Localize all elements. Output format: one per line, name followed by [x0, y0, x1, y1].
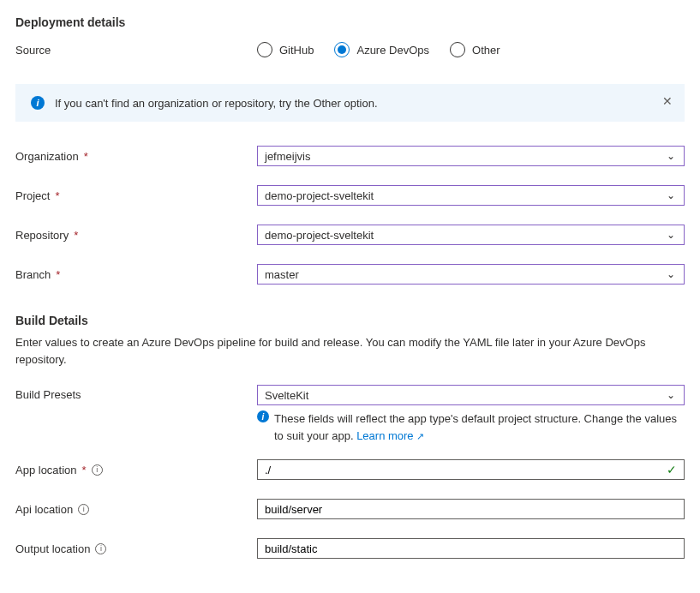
api-location-input-wrap — [257, 499, 685, 519]
branch-value: master — [265, 268, 299, 281]
preset-hint-text: These fields will reflect the app type's… — [274, 412, 677, 442]
required-asterisk: * — [56, 268, 60, 281]
radio-circle-icon — [450, 42, 465, 57]
radio-azure-devops[interactable]: Azure DevOps — [334, 42, 429, 57]
project-select[interactable]: demo-project-sveltekit ⌄ — [257, 185, 685, 206]
deployment-details-heading: Deployment details — [15, 15, 685, 29]
info-icon: i — [257, 410, 269, 422]
organization-label: Organization — [15, 150, 79, 163]
radio-circle-icon — [257, 42, 272, 57]
build-presets-value: SvelteKit — [265, 389, 308, 402]
output-location-label: Output location — [15, 542, 90, 555]
required-asterisk: * — [74, 229, 78, 242]
api-location-input[interactable] — [265, 500, 658, 518]
chevron-down-icon: ⌄ — [667, 268, 675, 280]
radio-circle-icon — [334, 42, 350, 57]
branch-label: Branch — [15, 268, 51, 281]
help-icon[interactable]: i — [78, 504, 89, 515]
app-location-input-wrap: ✓ — [257, 459, 685, 480]
learn-more-link[interactable]: Learn more — [356, 429, 424, 442]
close-icon[interactable]: ✕ — [662, 94, 673, 108]
radio-github[interactable]: GitHub — [257, 42, 314, 57]
info-banner: i If you can't find an organization or r… — [15, 84, 685, 122]
help-icon[interactable]: i — [95, 543, 106, 554]
organization-select[interactable]: jefmeijvis ⌄ — [257, 146, 685, 166]
required-asterisk: * — [82, 464, 87, 476]
output-location-input-wrap — [257, 538, 685, 559]
repository-select[interactable]: demo-project-sveltekit ⌄ — [257, 225, 685, 245]
project-value: demo-project-sveltekit — [265, 189, 374, 202]
radio-devops-label: Azure DevOps — [356, 44, 429, 57]
build-presets-select[interactable]: SvelteKit ⌄ — [257, 385, 685, 405]
build-presets-label: Build Presets — [15, 388, 81, 401]
repository-value: demo-project-sveltekit — [265, 229, 374, 242]
repository-label: Repository — [15, 229, 69, 242]
banner-text: If you can't find an organization or rep… — [55, 97, 378, 110]
chevron-down-icon: ⌄ — [667, 150, 675, 162]
build-details-description: Enter values to create an Azure DevOps p… — [15, 334, 685, 368]
chevron-down-icon: ⌄ — [667, 229, 675, 241]
app-location-label: App location — [15, 464, 77, 476]
radio-other-label: Other — [472, 44, 500, 57]
chevron-down-icon: ⌄ — [667, 389, 675, 401]
build-details-heading: Build Details — [15, 314, 685, 327]
chevron-down-icon: ⌄ — [667, 189, 675, 201]
output-location-input[interactable] — [265, 539, 658, 558]
api-location-label: Api location — [15, 503, 73, 516]
source-label: Source — [15, 44, 51, 57]
organization-value: jefmeijvis — [265, 150, 310, 163]
branch-select[interactable]: master ⌄ — [257, 264, 685, 285]
required-asterisk: * — [84, 150, 88, 163]
help-icon[interactable]: i — [92, 464, 103, 476]
radio-github-label: GitHub — [279, 44, 314, 57]
required-asterisk: * — [55, 189, 59, 202]
project-label: Project — [15, 189, 50, 202]
checkmark-icon: ✓ — [667, 463, 677, 476]
radio-other[interactable]: Other — [450, 42, 500, 57]
source-radio-group: GitHub Azure DevOps Other — [257, 42, 685, 57]
app-location-input[interactable] — [265, 460, 658, 479]
info-icon: i — [31, 96, 45, 110]
